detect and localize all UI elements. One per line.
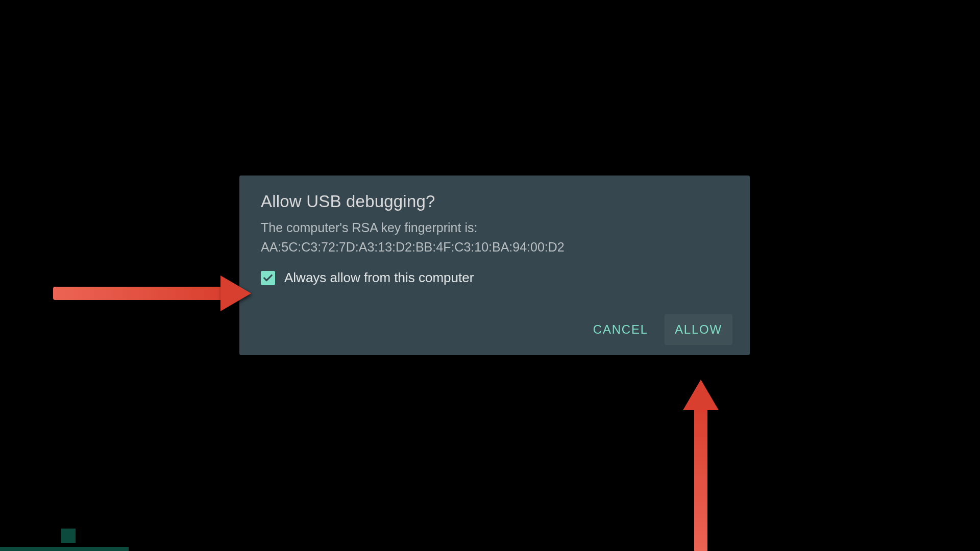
dialog-subtitle: The computer's RSA key fingerprint is:: [261, 220, 477, 235]
dialog-title: Allow USB debugging?: [261, 192, 728, 211]
allow-button[interactable]: ALLOW: [665, 314, 732, 345]
dialog-actions: CANCEL ALLOW: [261, 314, 732, 345]
rsa-fingerprint: AA:5C:C3:72:7D:A3:13:D2:BB:4F:C3:10:BA:9…: [261, 240, 565, 254]
always-allow-checkbox[interactable]: [261, 271, 275, 285]
annotation-arrow-checkbox: [53, 276, 252, 311]
screen: Allow USB debugging? The computer's RSA …: [0, 0, 980, 551]
dialog-body: The computer's RSA key fingerprint is: A…: [261, 218, 728, 257]
usb-debugging-dialog: Allow USB debugging? The computer's RSA …: [239, 176, 750, 355]
always-allow-row[interactable]: Always allow from this computer: [261, 270, 728, 286]
progress-bar-fragment: [0, 547, 129, 551]
progress-marker: [61, 529, 76, 543]
check-icon: [262, 272, 274, 284]
always-allow-label[interactable]: Always allow from this computer: [284, 270, 474, 286]
annotation-arrow-allow: [683, 380, 719, 551]
cancel-button[interactable]: CANCEL: [583, 314, 658, 345]
